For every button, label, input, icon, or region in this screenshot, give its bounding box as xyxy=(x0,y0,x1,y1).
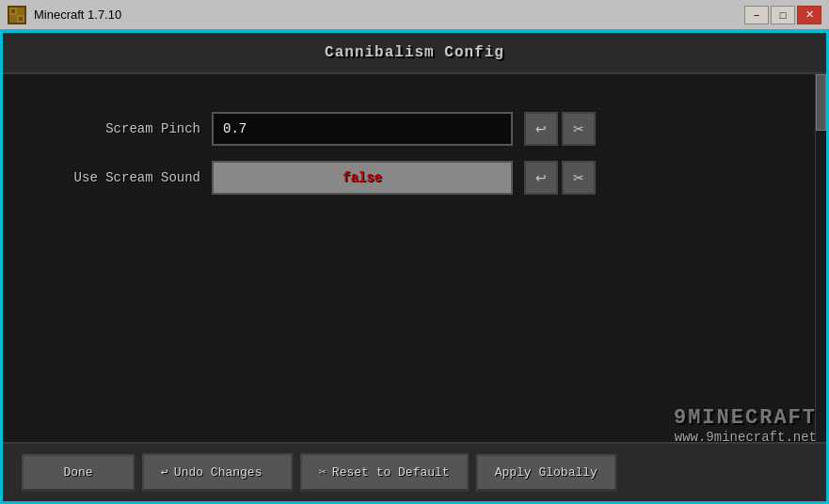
scream-pinch-row: Scream Pinch ↩ ✂ xyxy=(31,112,787,146)
scream-pinch-label: Scream Pinch xyxy=(31,121,200,136)
config-title: Cannibalism Config xyxy=(325,44,504,61)
scream-pinch-undo-button[interactable]: ↩ xyxy=(524,112,558,146)
undo-icon: ↩ xyxy=(535,170,547,185)
scream-sound-row: Use Scream Sound false ↩ ✂ xyxy=(31,161,787,195)
bottom-bar: Done ↩ Undo Changes ✂ Reset to Default A… xyxy=(3,442,826,501)
reset-default-label: Reset to Default xyxy=(332,465,450,480)
content-area: Scream Pinch ↩ ✂ Use Scream Sound false xyxy=(3,74,826,442)
config-header: Cannibalism Config xyxy=(3,33,826,74)
svg-rect-3 xyxy=(11,9,15,13)
scrollbar-thumb[interactable] xyxy=(816,74,826,131)
undo-icon: ↩ xyxy=(535,121,547,136)
minimize-button[interactable]: − xyxy=(744,6,769,24)
title-bar: Minecraft 1.7.10 − □ ✕ xyxy=(0,0,829,30)
scream-sound-undo-button[interactable]: ↩ xyxy=(524,161,558,195)
scream-pinch-reset-button[interactable]: ✂ xyxy=(562,112,596,146)
scream-sound-actions: ↩ ✂ xyxy=(524,161,596,195)
scream-sound-label: Use Scream Sound xyxy=(31,170,200,185)
window-title: Minecraft 1.7.10 xyxy=(34,8,121,22)
done-label: Done xyxy=(63,465,92,480)
app-icon xyxy=(8,6,26,24)
scream-sound-reset-button[interactable]: ✂ xyxy=(562,161,596,195)
main-window: Cannibalism Config Scream Pinch ↩ ✂ U xyxy=(0,30,829,504)
title-bar-left: Minecraft 1.7.10 xyxy=(8,6,121,24)
undo-changes-icon: ↩ xyxy=(161,465,168,480)
reset-icon: ✂ xyxy=(573,121,584,136)
scrollbar[interactable] xyxy=(815,74,826,442)
reset-icon: ✂ xyxy=(573,170,584,185)
undo-changes-button[interactable]: ↩ Undo Changes xyxy=(142,453,293,492)
scream-sound-toggle[interactable]: false xyxy=(212,161,513,195)
maximize-button[interactable]: □ xyxy=(771,6,795,24)
reset-default-icon: ✂ xyxy=(319,465,327,480)
title-bar-controls: − □ ✕ xyxy=(744,6,821,24)
apply-globally-button[interactable]: Apply Globally xyxy=(476,454,616,492)
undo-changes-label: Undo Changes xyxy=(174,465,263,480)
done-button[interactable]: Done xyxy=(22,454,135,492)
close-button[interactable]: ✕ xyxy=(797,6,821,24)
reset-default-button[interactable]: ✂ Reset to Default xyxy=(300,453,469,492)
config-fields: Scream Pinch ↩ ✂ Use Scream Sound false xyxy=(3,74,815,442)
scream-pinch-actions: ↩ ✂ xyxy=(524,112,596,146)
apply-globally-label: Apply Globally xyxy=(495,465,598,480)
svg-rect-4 xyxy=(19,17,23,21)
scream-pinch-input[interactable] xyxy=(212,112,513,146)
